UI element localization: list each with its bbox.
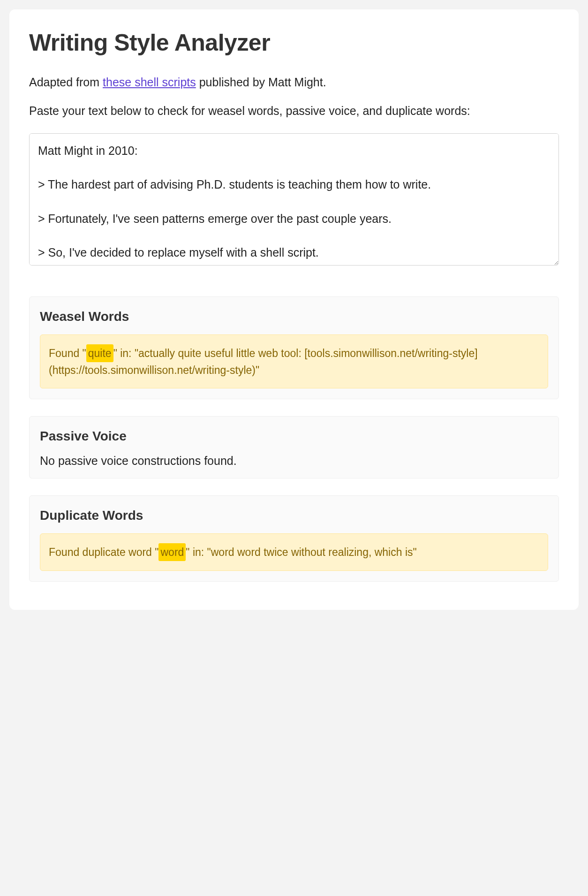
passive-empty: No passive voice constructions found. bbox=[40, 454, 548, 468]
passive-heading: Passive Voice bbox=[40, 429, 548, 444]
main-card: Writing Style Analyzer Adapted from thes… bbox=[9, 9, 579, 610]
page-title: Writing Style Analyzer bbox=[29, 29, 559, 56]
duplicate-warning: Found duplicate word "word" in: "word wo… bbox=[40, 533, 548, 571]
duplicate-warning-suffix: " in: "word word twice without realizing… bbox=[186, 546, 416, 558]
duplicate-highlight: word bbox=[158, 543, 186, 562]
weasel-warning-prefix: Found " bbox=[49, 347, 86, 359]
weasel-section: Weasel Words Found "quite" in: "actually… bbox=[29, 296, 559, 399]
intro-link[interactable]: these shell scripts bbox=[103, 76, 196, 89]
intro-suffix: published by Matt Might. bbox=[196, 76, 326, 89]
weasel-warning: Found "quite" in: "actually quite useful… bbox=[40, 334, 548, 388]
weasel-heading: Weasel Words bbox=[40, 309, 548, 324]
intro-prefix: Adapted from bbox=[29, 76, 103, 89]
passive-section: Passive Voice No passive voice construct… bbox=[29, 416, 559, 478]
duplicate-warning-prefix: Found duplicate word " bbox=[49, 546, 158, 558]
intro-paragraph: Adapted from these shell scripts publish… bbox=[29, 73, 559, 91]
duplicate-heading: Duplicate Words bbox=[40, 508, 548, 523]
weasel-highlight: quite bbox=[86, 344, 113, 363]
text-input[interactable] bbox=[29, 133, 559, 266]
instructions: Paste your text below to check for wease… bbox=[29, 102, 559, 120]
duplicate-section: Duplicate Words Found duplicate word "wo… bbox=[29, 495, 559, 582]
